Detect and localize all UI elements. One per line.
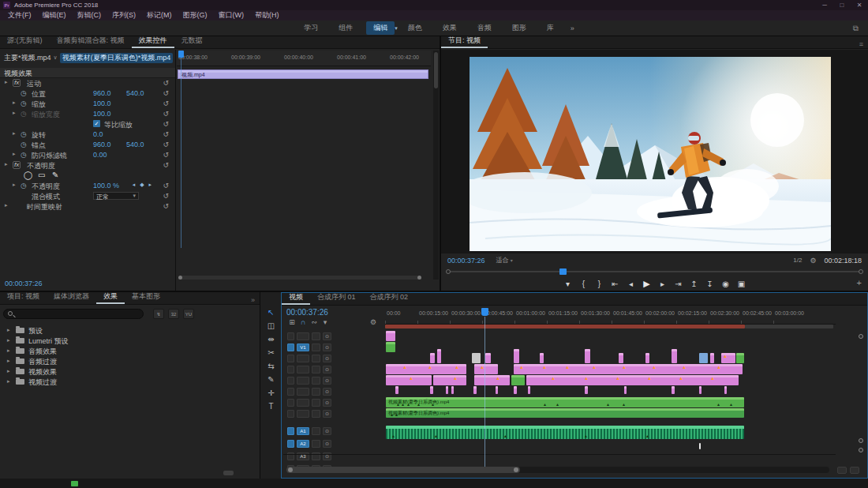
menu-item[interactable]: 图形(G) — [178, 10, 213, 21]
track-output-toggle[interactable]: ⊙ — [323, 343, 331, 351]
param-value[interactable]: 100.0 — [93, 110, 111, 118]
twirl-icon[interactable]: ▸ — [13, 151, 16, 157]
video-track-header[interactable]: ⊙ — [283, 386, 385, 396]
reset-icon[interactable]: ↺ — [163, 120, 169, 128]
effect-row[interactable]: 混合模式正常▾↺ — [0, 191, 175, 201]
playback-resolution-dropdown[interactable]: 1/2 — [793, 257, 802, 264]
timeline-clip[interactable]: 视频素材(夏季日系调色).mp4 — [386, 408, 744, 418]
source-patch[interactable] — [287, 440, 294, 448]
nest-insert-toggle[interactable]: ⊞ — [286, 318, 297, 326]
extract-button[interactable]: ↧ — [702, 280, 718, 288]
audio-track-header[interactable]: A2⊙ — [283, 438, 385, 449]
source-patch[interactable] — [287, 332, 294, 340]
timeline-clip[interactable] — [699, 443, 701, 449]
timeline-timecode[interactable]: 00:00:37:26 — [286, 308, 328, 317]
workspace-tab[interactable]: 编辑 — [366, 21, 395, 35]
razor-tool[interactable]: ✂ — [260, 347, 282, 359]
track-target-button[interactable]: A1 — [297, 427, 309, 435]
timeline-clip[interactable] — [485, 353, 491, 363]
timeline-clip[interactable] — [386, 331, 395, 341]
video-track-header[interactable]: ⊙ — [283, 408, 385, 419]
reset-icon[interactable]: ↺ — [163, 202, 169, 210]
slip-tool[interactable]: ⇆ — [260, 360, 282, 373]
timeline-playhead[interactable] — [481, 308, 488, 316]
selection-tool[interactable]: ↖ — [260, 306, 282, 319]
track-output-toggle[interactable]: ⊙ — [323, 388, 331, 396]
timeline-clip[interactable] — [699, 386, 702, 394]
mark-out-button[interactable]: } — [592, 280, 608, 288]
track-output-toggle[interactable]: ⊙ — [323, 410, 331, 418]
track-target-button[interactable] — [297, 377, 309, 385]
track-target-button[interactable] — [297, 388, 309, 396]
menu-item[interactable]: 窗口(W) — [213, 10, 250, 21]
timeline-clip[interactable] — [496, 386, 498, 394]
folder-row[interactable]: ▸预设 — [0, 325, 260, 336]
source-patch[interactable] — [287, 427, 294, 435]
workspace-tab[interactable]: 颜色 — [401, 21, 429, 35]
param-value[interactable]: 100.0 — [93, 99, 111, 107]
effect-row[interactable]: ◷位置960.0540.0↺ — [0, 88, 175, 99]
bit32-effects-filter[interactable]: 32 — [168, 309, 179, 319]
effect-row[interactable]: ◷锚点960.0540.0↺ — [0, 140, 175, 150]
reset-icon[interactable]: ↺ — [163, 192, 169, 200]
source-patch[interactable] — [287, 452, 294, 460]
zoom-level-dropdown[interactable]: 适合 ▾ — [496, 256, 513, 265]
timeline-clip[interactable] — [451, 386, 454, 394]
panel-tab[interactable]: 效果 — [96, 290, 125, 304]
video-track-header[interactable]: V1⊙ — [283, 342, 385, 352]
settings-wrench-icon[interactable]: ⚙ — [810, 257, 816, 265]
timeline-clip[interactable] — [514, 349, 519, 363]
twirl-icon[interactable]: ▸ — [7, 347, 10, 354]
panel-tab[interactable]: 项目: 视频 — [0, 290, 47, 304]
timeline-clip[interactable] — [511, 375, 525, 385]
twirl-icon[interactable]: ▸ — [7, 337, 10, 343]
timeline-clip[interactable] — [474, 375, 510, 385]
timeline-corner-button[interactable] — [850, 467, 859, 474]
track-lock-button[interactable] — [312, 388, 320, 396]
workspace-overflow-icon[interactable]: » — [571, 24, 574, 32]
track-lock-button[interactable] — [312, 399, 320, 407]
timeline-clip[interactable] — [437, 349, 441, 363]
folder-row[interactable]: ▸视频效果 — [0, 366, 260, 377]
twirl-icon[interactable]: ▸ — [5, 161, 8, 167]
timeline-clip[interactable] — [514, 364, 743, 374]
keyframe-nav-icons[interactable]: ◂ ◆ ▸ — [133, 182, 153, 188]
export-frame-button[interactable]: ◉ — [718, 280, 734, 288]
panel-tab[interactable]: 媒体浏览器 — [47, 290, 96, 304]
track-output-toggle[interactable]: ⊙ — [323, 377, 331, 385]
stopwatch-icon[interactable]: ◷ — [21, 99, 27, 107]
stopwatch-icon[interactable]: ◷ — [21, 141, 27, 148]
timeline-clip[interactable] — [526, 375, 739, 385]
param-value[interactable]: 0.0 — [93, 130, 103, 138]
param-value[interactable]: 0.00 — [93, 151, 107, 159]
reset-icon[interactable]: ↺ — [163, 161, 169, 169]
timeline-clip[interactable] — [446, 386, 448, 394]
timeline-clip[interactable] — [645, 353, 649, 363]
track-output-toggle[interactable]: ⊙ — [323, 366, 331, 374]
track-lock-button[interactable] — [312, 366, 320, 374]
track-lock-button[interactable] — [312, 343, 320, 351]
twirl-icon[interactable]: ▸ — [7, 358, 10, 364]
sequence-clip-label[interactable]: 视频素材(夏季日系调色)*视频.mp4 — [60, 53, 174, 63]
mark-in-button[interactable]: { — [576, 280, 592, 288]
workspace-tab[interactable]: 学习 — [297, 21, 325, 35]
timeline-clip[interactable] — [395, 386, 398, 394]
menu-item[interactable]: 帮助(H) — [249, 10, 285, 21]
snap-toggle[interactable]: ∩ — [297, 318, 309, 326]
reset-icon[interactable]: ↺ — [163, 110, 169, 118]
video-track-header[interactable]: ⊙ — [283, 353, 385, 363]
track-lock-button[interactable] — [312, 440, 320, 448]
reset-icon[interactable]: ↺ — [163, 151, 169, 159]
twirl-icon[interactable]: ▸ — [13, 182, 16, 188]
mute-button[interactable]: ⊙ — [323, 452, 331, 460]
reset-icon[interactable]: ↺ — [163, 141, 169, 148]
timeline-clip[interactable] — [724, 386, 727, 394]
timeline-clip[interactable] — [540, 353, 544, 363]
source-patch[interactable] — [287, 410, 294, 418]
workspace-tab[interactable]: 组件 — [331, 21, 360, 35]
source-patch[interactable] — [287, 355, 294, 362]
workspace-corner-icon[interactable]: ⧉ — [853, 24, 859, 33]
sequence-tab[interactable]: 合成序列 02 — [363, 291, 416, 305]
timeline-clip[interactable] — [386, 342, 395, 352]
workspace-tab[interactable]: 图形 — [505, 21, 533, 35]
